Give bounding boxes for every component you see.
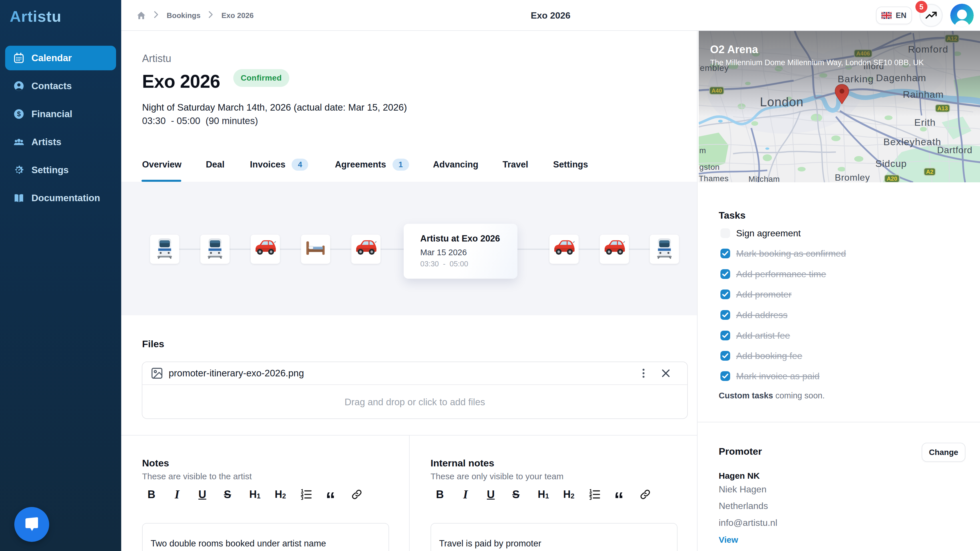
svg-text:gston: gston	[699, 163, 720, 171]
svg-text:A2: A2	[926, 168, 934, 175]
svg-text:$: $	[17, 110, 21, 118]
svg-text:Dartford: Dartford	[937, 145, 972, 155]
svg-text:Bromley: Bromley	[835, 172, 870, 182]
svg-text:Bexleyheath: Bexleyheath	[883, 136, 942, 147]
svg-text:Thames: Thames	[699, 174, 729, 182]
svg-text:A20: A20	[887, 175, 897, 182]
svg-text:Erith: Erith	[914, 117, 936, 128]
svg-text:Mitcham: Mitcham	[748, 175, 780, 182]
svg-text:Sidcup: Sidcup	[875, 158, 907, 169]
svg-text:m: m	[699, 146, 706, 155]
